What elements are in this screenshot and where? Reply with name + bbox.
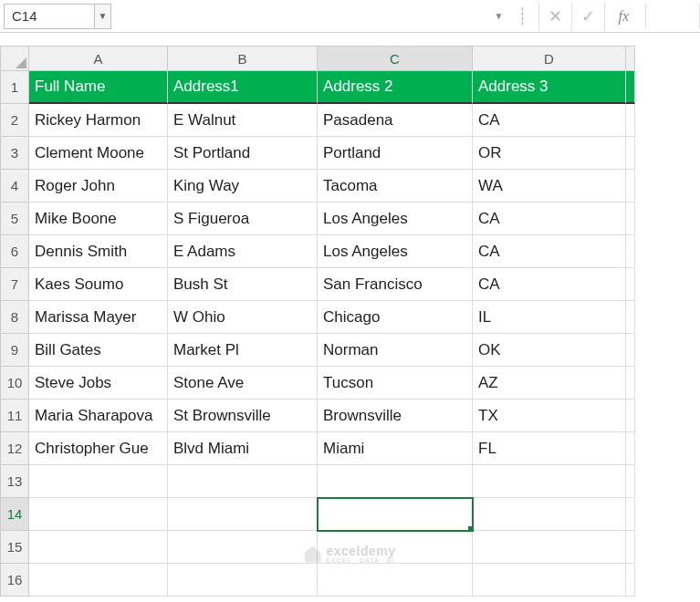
data-cell[interactable]: [318, 498, 473, 531]
data-cell[interactable]: TX: [473, 400, 626, 432]
data-cell[interactable]: E Adams: [168, 235, 318, 268]
row-header-7[interactable]: 7: [0, 268, 29, 301]
data-cell[interactable]: Rickey Harmon: [29, 104, 168, 137]
data-cell[interactable]: Dennis Smith: [29, 235, 168, 268]
data-cell[interactable]: [29, 498, 168, 531]
select-all-corner[interactable]: [0, 46, 29, 71]
header-cell[interactable]: Address1: [168, 71, 318, 104]
header-cell[interactable]: Full Name: [29, 71, 168, 104]
confirm-button[interactable]: ✓: [572, 2, 605, 31]
data-cell[interactable]: Christopher Gue: [29, 432, 168, 465]
data-cell[interactable]: [473, 498, 626, 531]
data-cell[interactable]: Steve Jobs: [29, 367, 168, 400]
data-cell[interactable]: IL: [473, 301, 626, 334]
edge-cell: [626, 71, 635, 104]
data-cell[interactable]: Pasadena: [318, 104, 473, 137]
data-cell[interactable]: [29, 465, 168, 498]
data-cell[interactable]: OK: [473, 334, 626, 367]
row-header-2[interactable]: 2: [0, 104, 29, 137]
data-cell[interactable]: Tacoma: [318, 170, 473, 202]
row-header-9[interactable]: 9: [0, 334, 29, 367]
data-cell[interactable]: W Ohio: [168, 301, 318, 334]
data-cell[interactable]: S Figueroa: [168, 202, 318, 235]
row-header-1[interactable]: 1: [0, 71, 29, 104]
data-cell[interactable]: Bill Gates: [29, 334, 168, 367]
data-cell[interactable]: Maria Sharapova: [29, 400, 168, 432]
header-cell[interactable]: Address 2: [318, 71, 473, 104]
column-header-A[interactable]: A: [29, 46, 168, 71]
data-cell[interactable]: St Brownsville: [168, 400, 318, 432]
row-header-6[interactable]: 6: [0, 235, 29, 268]
row-header-10[interactable]: 10: [0, 367, 29, 400]
edge-cell: [626, 268, 635, 301]
formula-expand-button[interactable]: ▼: [490, 2, 507, 31]
data-cell[interactable]: Market Pl: [168, 334, 318, 367]
data-cell[interactable]: CA: [473, 235, 626, 268]
check-icon: ✓: [581, 6, 595, 26]
data-cell[interactable]: King Way: [168, 170, 318, 202]
data-cell[interactable]: [473, 465, 626, 498]
name-box-dropdown[interactable]: ▼: [95, 4, 111, 29]
data-cell[interactable]: Chicago: [318, 301, 473, 334]
edge-cell: [626, 367, 635, 400]
data-cell[interactable]: AZ: [473, 367, 626, 400]
data-cell[interactable]: [29, 531, 168, 564]
data-cell[interactable]: Bush St: [168, 268, 318, 301]
column-header-B[interactable]: B: [168, 46, 318, 71]
data-cell[interactable]: Stone Ave: [168, 367, 318, 400]
cancel-button[interactable]: ✕: [539, 2, 572, 31]
data-cell[interactable]: CA: [473, 104, 626, 137]
data-cell[interactable]: Clement Moone: [29, 137, 168, 170]
row-header-11[interactable]: 11: [0, 400, 29, 432]
formula-input[interactable]: [645, 4, 700, 29]
data-cell[interactable]: FL: [473, 432, 626, 465]
column-header-C[interactable]: C: [318, 46, 473, 71]
row-header-4[interactable]: 4: [0, 170, 29, 202]
data-cell[interactable]: Brownsville: [318, 400, 473, 432]
data-cell[interactable]: Los Angeles: [318, 235, 473, 268]
row-header-12[interactable]: 12: [0, 432, 29, 465]
data-cell[interactable]: WA: [473, 170, 626, 202]
data-cell[interactable]: [168, 498, 318, 531]
row-header-8[interactable]: 8: [0, 301, 29, 334]
row-header-3[interactable]: 3: [0, 137, 29, 170]
data-cell[interactable]: [318, 531, 473, 564]
data-cell[interactable]: Portland: [318, 137, 473, 170]
data-cell[interactable]: Marissa Mayer: [29, 301, 168, 334]
data-cell[interactable]: Kaes Soumo: [29, 268, 168, 301]
data-cell[interactable]: E Walnut: [168, 104, 318, 137]
column-header-edge: [626, 46, 635, 71]
data-cell[interactable]: Blvd Miami: [168, 432, 318, 465]
data-cell[interactable]: Roger John: [29, 170, 168, 202]
row-header-16[interactable]: 16: [0, 564, 29, 597]
row-header-14[interactable]: 14: [0, 498, 29, 531]
data-cell[interactable]: CA: [473, 202, 626, 235]
name-box[interactable]: C14: [4, 4, 95, 29]
data-cell[interactable]: [318, 564, 473, 597]
data-cell[interactable]: Miami: [318, 432, 473, 465]
edge-cell: [626, 170, 635, 202]
row-header-15[interactable]: 15: [0, 531, 29, 564]
data-cell[interactable]: [473, 564, 626, 597]
header-cell[interactable]: Address 3: [473, 71, 626, 104]
data-cell[interactable]: [168, 531, 318, 564]
fx-label[interactable]: fx: [605, 8, 638, 25]
data-cell[interactable]: Mike Boone: [29, 202, 168, 235]
data-cell[interactable]: Norman: [318, 334, 473, 367]
data-cell[interactable]: [318, 465, 473, 498]
formula-bar: C14 ▼ ▼ ┊ ✕ ✓ fx: [0, 0, 700, 33]
data-cell[interactable]: Los Angeles: [318, 202, 473, 235]
column-header-D[interactable]: D: [473, 46, 626, 71]
data-cell[interactable]: [473, 531, 626, 564]
data-cell[interactable]: [168, 564, 318, 597]
data-cell[interactable]: St Portland: [168, 137, 318, 170]
data-cell[interactable]: [168, 465, 318, 498]
data-cell[interactable]: Tucson: [318, 367, 473, 400]
data-cell[interactable]: San Francisco: [318, 268, 473, 301]
data-cell[interactable]: [29, 564, 168, 597]
data-cell[interactable]: OR: [473, 137, 626, 170]
row-header-5[interactable]: 5: [0, 202, 29, 235]
data-cell[interactable]: CA: [473, 268, 626, 301]
edge-cell: [626, 400, 635, 432]
row-header-13[interactable]: 13: [0, 465, 29, 498]
